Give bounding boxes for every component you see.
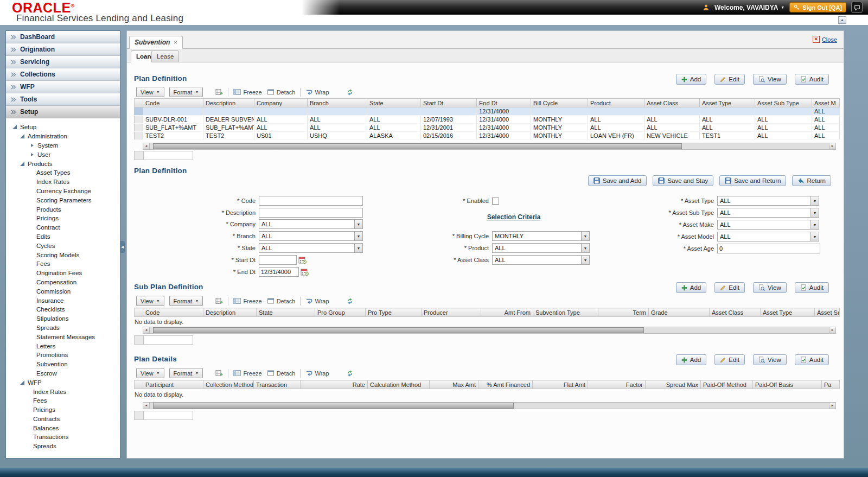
tree-item-checklists[interactable]: Checklists <box>6 305 119 314</box>
tree-item-statement-messages[interactable]: Statement Messages <box>6 332 119 341</box>
sidebar-item-dashboard[interactable]: DashBoard <box>6 31 120 43</box>
wrap-button[interactable]: Wrap <box>305 370 329 377</box>
row-selector[interactable] <box>135 116 143 124</box>
tree-item-wfp-contracts[interactable]: Contracts <box>6 415 119 424</box>
refresh-icon[interactable] <box>346 88 354 96</box>
tree-item-scoring-models[interactable]: Scoring Models <box>6 250 119 259</box>
view-menu-button[interactable]: View▼ <box>136 87 164 97</box>
close-button[interactable]: ✕ Close <box>813 36 837 43</box>
company-select[interactable]: ALL▼ <box>259 219 363 229</box>
view-menu-button[interactable]: View▼ <box>136 296 164 306</box>
tree-item-compensation[interactable]: Compensation <box>6 278 119 287</box>
add-button[interactable]: Add <box>676 74 706 85</box>
tree-item-origination-fees[interactable]: Origination Fees <box>6 269 119 278</box>
sidebar-item-tools[interactable]: Tools <box>6 93 120 106</box>
column-header[interactable]: Pro Type <box>366 308 422 317</box>
scrollbar-thumb[interactable] <box>153 143 682 149</box>
wrap-button[interactable]: Wrap <box>305 88 329 96</box>
column-header[interactable]: Asset Class <box>710 308 761 317</box>
horizontal-scrollbar[interactable]: ◄ ► <box>143 143 836 150</box>
tree-item-contract[interactable]: Contract <box>6 223 119 232</box>
freeze-button[interactable]: Freeze <box>233 88 261 96</box>
scroll-right-icon[interactable]: ► <box>829 327 835 333</box>
view-button[interactable]: View <box>753 354 787 365</box>
column-header[interactable]: Max Amt <box>430 380 478 389</box>
column-header[interactable]: Company <box>254 99 308 107</box>
tree-item-spreads[interactable]: Spreads <box>6 323 119 333</box>
detach-button[interactable]: Detach <box>267 370 296 377</box>
column-header[interactable]: Subvention Type <box>533 308 598 317</box>
tree-item-cycles[interactable]: Cycles <box>6 241 119 250</box>
column-header[interactable]: Flat Amt <box>533 380 588 389</box>
export-icon[interactable] <box>215 370 223 377</box>
column-header[interactable]: Grade <box>649 308 710 317</box>
table-row[interactable]: SUBV-DLR-001 DEALER SUBVENTI... ALL ALL … <box>135 116 840 124</box>
tree-item-commission[interactable]: Commission <box>6 287 119 296</box>
column-header[interactable]: Pa <box>822 380 840 389</box>
column-header[interactable]: Asset Type <box>700 99 755 107</box>
scroll-left-icon[interactable]: ◄ <box>143 403 150 409</box>
column-header[interactable]: State <box>367 99 421 107</box>
wrap-button[interactable]: Wrap <box>305 297 329 304</box>
column-header[interactable]: Asset Sub Type <box>755 99 812 107</box>
format-menu-button[interactable]: Format▼ <box>169 296 203 306</box>
end-dt-input[interactable] <box>259 267 299 277</box>
tree-node-products[interactable]: Products <box>6 159 119 168</box>
refresh-icon[interactable] <box>346 297 354 305</box>
horizontal-scrollbar[interactable]: ◄ ► <box>143 327 836 334</box>
column-header[interactable]: Collection Method <box>203 380 254 389</box>
asset-class-select[interactable]: ALL▼ <box>492 255 590 265</box>
calendar-icon[interactable] <box>301 268 309 276</box>
tree-node-user[interactable]: User <box>6 150 119 159</box>
column-header[interactable]: % Amt Financed <box>478 380 533 389</box>
tree-item-wfp-fees[interactable]: Fees <box>6 396 119 405</box>
scroll-right-icon[interactable]: ► <box>829 403 835 409</box>
feedback-button[interactable] <box>851 2 863 13</box>
column-header[interactable]: Asset M <box>812 99 840 107</box>
format-menu-button[interactable]: Format▼ <box>169 87 203 97</box>
column-header[interactable]: Asset Type <box>761 308 815 317</box>
table-row[interactable]: SUB_FLAT+%AMT SUB_FLAT+%AMT ALL ALL ALL … <box>135 124 840 132</box>
sidebar-item-servicing[interactable]: Servicing <box>6 56 120 68</box>
branch-select[interactable]: ALL▼ <box>259 231 363 241</box>
refresh-icon[interactable] <box>346 370 354 377</box>
horizontal-scrollbar[interactable]: ◄ ► <box>143 402 836 409</box>
tree-item-subvention[interactable]: Subvention <box>6 360 119 369</box>
scroll-left-icon[interactable]: ◄ <box>143 327 150 333</box>
return-button[interactable]: Return <box>792 175 831 186</box>
description-input[interactable] <box>259 208 363 218</box>
audit-button[interactable]: Audit <box>795 282 829 293</box>
calendar-icon[interactable] <box>298 256 307 264</box>
tree-node-wfp[interactable]: WFP <box>6 378 119 387</box>
detach-button[interactable]: Detach <box>267 88 296 96</box>
asset-model-select[interactable]: ALL▼ <box>717 232 819 241</box>
tree-node-system[interactable]: System <box>6 141 119 150</box>
tree-item-letters[interactable]: Letters <box>6 341 119 351</box>
tree-item-index-rates[interactable]: Index Rates <box>6 177 119 187</box>
detach-button[interactable]: Detach <box>267 297 296 304</box>
column-header[interactable]: Description <box>203 99 254 107</box>
column-header[interactable]: Transaction <box>254 380 301 389</box>
column-header[interactable]: Factor <box>588 380 646 389</box>
tab-close-icon[interactable]: × <box>174 39 177 46</box>
asset-make-select[interactable]: ALL▼ <box>717 220 819 230</box>
view-button[interactable]: View <box>753 74 787 85</box>
sign-out-button[interactable]: Sign Out [QA] <box>789 2 846 12</box>
save-and-stay-button[interactable]: Save and Stay <box>653 175 713 186</box>
column-header[interactable]: Code <box>143 308 203 317</box>
edit-button[interactable]: Edit <box>714 74 745 85</box>
add-button[interactable]: Add <box>676 282 706 293</box>
audit-button[interactable]: Audit <box>795 74 829 85</box>
tree-item-products[interactable]: Products <box>6 205 119 214</box>
column-header[interactable]: Spread Max <box>646 380 701 389</box>
product-select[interactable]: ALL▼ <box>492 243 590 253</box>
tree-item-stipulations[interactable]: Stipulations <box>6 314 119 323</box>
column-header[interactable]: Asset Su <box>815 308 840 317</box>
enabled-checkbox[interactable] <box>492 198 499 205</box>
row-selector[interactable] <box>135 132 143 140</box>
tab-lease[interactable]: Lease <box>151 50 179 62</box>
column-header[interactable]: Paid-Off Basis <box>753 380 822 389</box>
sidebar-collapse-handle[interactable]: ◀ <box>120 241 125 253</box>
column-header[interactable]: Branch <box>308 99 367 107</box>
start-dt-input[interactable] <box>259 255 297 265</box>
